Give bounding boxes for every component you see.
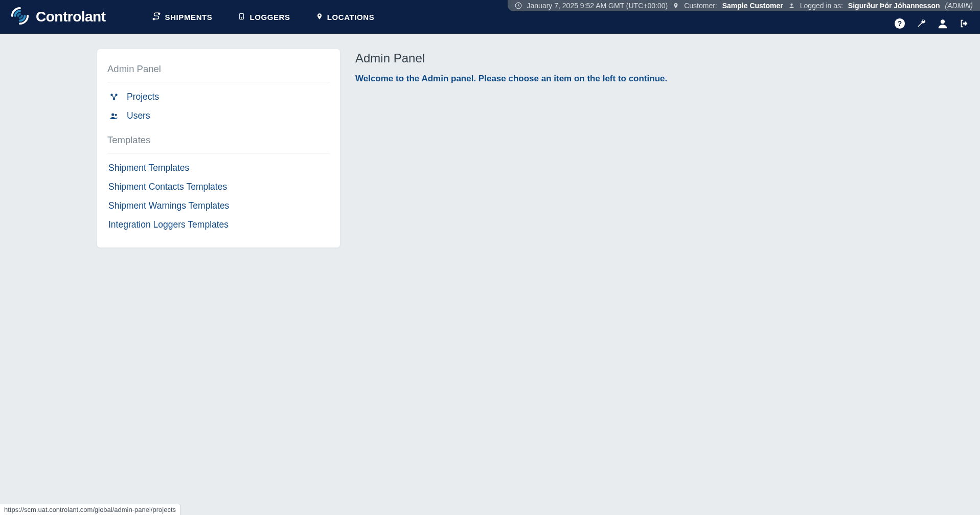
logged-in-label: Logged in as: bbox=[800, 0, 843, 11]
brand-logo-icon bbox=[10, 6, 30, 28]
customer-label: Customer: bbox=[684, 0, 717, 11]
route-icon bbox=[152, 12, 161, 23]
link-preview: https://scm.uat.controlant.com/global/ad… bbox=[0, 504, 180, 515]
status-datetime: January 7, 2025 9:52 AM GMT (UTC+00:00) bbox=[527, 0, 668, 11]
help-icon[interactable]: ? bbox=[894, 18, 905, 29]
sidebar-item-shipment-templates[interactable]: Shipment Templates bbox=[107, 159, 330, 177]
svg-point-11 bbox=[113, 98, 116, 100]
sidebar-item-label: Projects bbox=[127, 92, 159, 102]
divider bbox=[107, 82, 330, 82]
svg-point-1 bbox=[790, 4, 792, 6]
nav-right: ? bbox=[894, 18, 970, 29]
brand[interactable]: Controlant bbox=[10, 6, 106, 28]
customer-name[interactable]: Sample Customer bbox=[722, 0, 783, 11]
svg-point-13 bbox=[115, 114, 117, 116]
page-title: Admin Panel bbox=[355, 51, 667, 65]
clock-icon bbox=[515, 2, 522, 9]
location-icon bbox=[316, 12, 323, 23]
sidebar-item-label: Users bbox=[127, 110, 150, 121]
user-name: Sigurður Þór Jóhannesson bbox=[848, 0, 940, 11]
sidebar-item-projects[interactable]: Projects bbox=[107, 87, 330, 106]
nav-shipments-label: SHIPMENTS bbox=[165, 13, 213, 21]
profile-icon[interactable] bbox=[937, 18, 948, 29]
sidebar-item-shipment-contacts[interactable]: Shipment Contacts Templates bbox=[107, 177, 330, 196]
sidebar-item-shipment-warnings[interactable]: Shipment Warnings Templates bbox=[107, 196, 330, 215]
svg-point-12 bbox=[111, 113, 114, 116]
nav-locations-label: LOCATIONS bbox=[327, 13, 375, 21]
welcome-text: Welcome to the Admin panel. Please choos… bbox=[355, 74, 667, 84]
device-icon bbox=[238, 12, 245, 23]
nav-locations[interactable]: LOCATIONS bbox=[316, 12, 375, 23]
user-role: (ADMIN) bbox=[945, 0, 973, 11]
sidebar-item-integration-loggers[interactable]: Integration Loggers Templates bbox=[107, 215, 330, 234]
nav-loggers[interactable]: LOGGERS bbox=[238, 12, 290, 23]
user-icon bbox=[788, 2, 795, 9]
divider bbox=[107, 153, 330, 153]
content: Admin Panel Welcome to the Admin panel. … bbox=[355, 49, 667, 248]
projects-icon bbox=[108, 93, 120, 102]
pin-icon bbox=[673, 2, 679, 9]
status-strip: January 7, 2025 9:52 AM GMT (UTC+00:00) … bbox=[508, 0, 980, 11]
navbar: January 7, 2025 9:52 AM GMT (UTC+00:00) … bbox=[0, 0, 980, 34]
sidebar-item-users[interactable]: Users bbox=[107, 106, 330, 125]
sidebar-section-admin: Admin Panel bbox=[107, 61, 330, 82]
main: Admin Panel Projects Users Templates Shi… bbox=[0, 34, 980, 248]
users-icon bbox=[108, 111, 120, 121]
svg-point-5 bbox=[241, 17, 242, 18]
brand-name: Controlant bbox=[36, 9, 106, 25]
sidebar: Admin Panel Projects Users Templates Shi… bbox=[97, 49, 340, 248]
nav-shipments[interactable]: SHIPMENTS bbox=[152, 12, 213, 23]
nav-loggers-label: LOGGERS bbox=[249, 13, 290, 21]
wrench-icon[interactable] bbox=[916, 18, 927, 29]
svg-text:?: ? bbox=[898, 20, 902, 28]
logout-icon[interactable] bbox=[959, 18, 970, 29]
sidebar-section-templates: Templates bbox=[107, 125, 330, 153]
nav-links: SHIPMENTS LOGGERS LOCATIONS bbox=[152, 12, 375, 23]
svg-point-8 bbox=[941, 19, 945, 24]
